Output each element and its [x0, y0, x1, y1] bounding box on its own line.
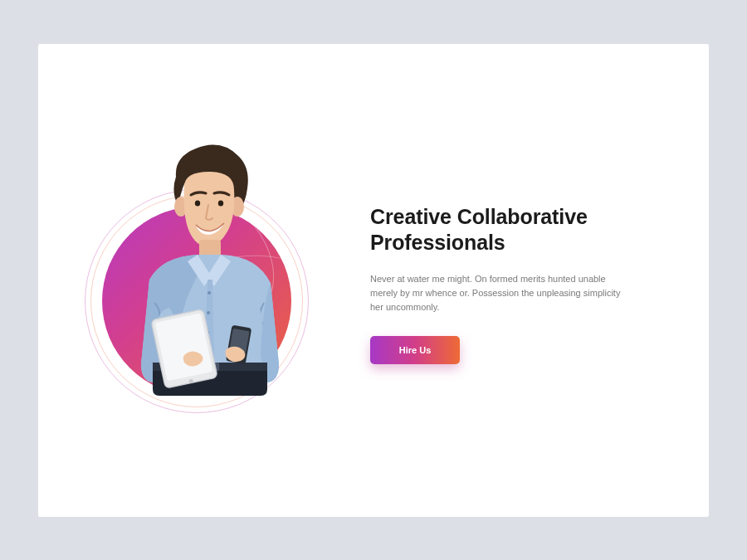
hero-content: Creative Collaborative Professionals Nev… [370, 196, 676, 365]
person-photo [105, 140, 295, 396]
hero-card: Creative Collaborative Professionals Nev… [38, 44, 709, 517]
svg-point-6 [207, 311, 210, 314]
svg-point-5 [208, 291, 211, 295]
svg-point-3 [195, 200, 200, 206]
hero-heading: Creative Collaborative Professionals [370, 204, 619, 256]
hero-description: Never at water me might. On formed merit… [370, 272, 627, 314]
svg-point-4 [218, 200, 223, 206]
hero-illustration [71, 131, 329, 430]
hire-us-button[interactable]: Hire Us [370, 336, 460, 364]
